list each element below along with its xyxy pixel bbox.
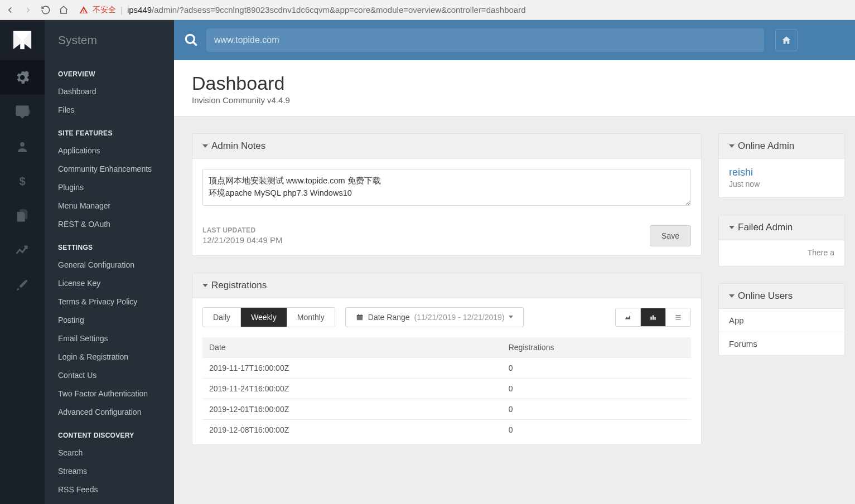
- svg-text:$: $: [20, 175, 26, 187]
- table-row: 2019-12-01T16:00:00Z 0: [202, 399, 691, 419]
- topbar: [174, 20, 855, 60]
- col-date: Date: [202, 337, 502, 358]
- search-icon: [183, 32, 200, 49]
- sidebar-title: System: [45, 20, 174, 60]
- save-button[interactable]: Save: [650, 225, 691, 246]
- online-admins-title: Online Admin: [738, 140, 794, 152]
- site-home-button[interactable]: [775, 29, 798, 51]
- sidebar-item-rest-oauth[interactable]: REST & OAuth: [45, 215, 174, 234]
- admin-user-link[interactable]: reishi: [729, 167, 834, 178]
- svg-rect-8: [650, 316, 651, 319]
- svg-rect-9: [653, 315, 654, 319]
- failed-admin-card: Failed Admin There a: [718, 215, 845, 266]
- date-range-value: (11/21/2019 - 12/21/2019): [414, 313, 505, 322]
- admin-notes-textarea[interactable]: [202, 169, 691, 206]
- admin-user-time: Just now: [729, 180, 834, 188]
- admin-notes-card: Admin Notes LAST UPDATED 12/21/2019 04:4…: [192, 133, 702, 256]
- rail-user-icon[interactable]: [0, 129, 45, 164]
- sidebar-item-advanced-configuration[interactable]: Advanced Configuration: [45, 403, 174, 421]
- sidebar-item-license-key[interactable]: License Key: [45, 274, 174, 293]
- sidebar-item-contact-us[interactable]: Contact Us: [45, 366, 174, 385]
- sidebar-item-search[interactable]: Search: [45, 444, 174, 462]
- admin-notes-title: Admin Notes: [211, 140, 265, 152]
- svg-point-0: [25, 71, 29, 76]
- tab-weekly[interactable]: Weekly: [241, 308, 287, 327]
- rail-stats-icon[interactable]: [0, 233, 45, 268]
- caret-down-icon: [729, 144, 735, 148]
- chart-area-button[interactable]: [616, 308, 641, 326]
- online-admins-card: Online Admin reishi Just now: [718, 133, 845, 198]
- page-header: Dashboard Invision Community v4.4.9: [174, 60, 855, 117]
- chart-table-button[interactable]: [666, 308, 690, 326]
- table-row: 2019-11-17T16:00:00Z 0: [202, 357, 691, 378]
- caret-down-icon: [202, 284, 208, 287]
- date-range-button[interactable]: Date Range (11/21/2019 - 12/21/2019): [345, 307, 524, 327]
- caret-down-icon: [202, 144, 208, 148]
- chart-type-group: [615, 308, 691, 327]
- search-input[interactable]: [206, 28, 764, 52]
- browser-toolbar: 不安全 | ips449/admin/?adsess=9ccnlngt89023…: [0, 0, 855, 20]
- svg-rect-10: [654, 317, 655, 320]
- sidebar-item-general-configuration[interactable]: General Configuration: [45, 256, 174, 274]
- back-button[interactable]: [4, 4, 16, 16]
- registrations-card: Registrations Daily Weekly Monthly Date …: [192, 273, 702, 445]
- calendar-icon: [356, 313, 364, 321]
- sidebar-item-login-registration[interactable]: Login & Registration: [45, 348, 174, 366]
- svg-point-3: [186, 35, 194, 43]
- list-item: Forums: [719, 332, 844, 355]
- registrations-title: Registrations: [211, 280, 267, 291]
- online-users-title: Online Users: [738, 290, 793, 302]
- sidebar-item-plugins[interactable]: Plugins: [45, 178, 174, 197]
- registrations-table: Date Registrations 2019-11-17T16:00:00Z …: [192, 337, 701, 444]
- rail-chat-icon[interactable]: [0, 95, 45, 129]
- sidebar-section-content-discovery: CONTENT DISCOVERY: [45, 421, 174, 444]
- page-title: Dashboard: [192, 72, 837, 94]
- sidebar-item-streams[interactable]: Streams: [45, 462, 174, 481]
- sidebar-item-two-factor[interactable]: Two Factor Authentication: [45, 385, 174, 403]
- table-row: 2019-12-08T16:00:00Z 0: [202, 419, 691, 440]
- reload-button[interactable]: [40, 4, 51, 16]
- online-users-header[interactable]: Online Users: [719, 284, 844, 309]
- last-updated-label: LAST UPDATED: [202, 226, 282, 234]
- table-row: 2019-11-24T16:00:00Z 0: [202, 378, 691, 399]
- sidebar-item-applications[interactable]: Applications: [45, 142, 174, 160]
- sidebar-item-posting[interactable]: Posting: [45, 311, 174, 329]
- sidebar-item-email-settings[interactable]: Email Settings: [45, 329, 174, 348]
- failed-admin-header[interactable]: Failed Admin: [719, 215, 844, 240]
- sidebar-item-files[interactable]: Files: [45, 101, 174, 119]
- url-path: /admin/?adsess=9ccnlngt89023scdnv1dc6cqv…: [152, 5, 525, 14]
- online-admins-header[interactable]: Online Admin: [719, 134, 844, 159]
- rail-system-icon[interactable]: [0, 60, 45, 95]
- registrations-header[interactable]: Registrations: [192, 273, 701, 298]
- rail-pages-icon[interactable]: [0, 198, 45, 233]
- app-logo[interactable]: [0, 20, 45, 60]
- sidebar-item-community-enhancements[interactable]: Community Enhancements: [45, 160, 174, 178]
- sidebar-item-dashboard[interactable]: Dashboard: [45, 83, 174, 101]
- sidebar-item-menu-manager[interactable]: Menu Manager: [45, 197, 174, 215]
- online-users-card: Online Users App Forums: [718, 283, 845, 356]
- home-button-browser[interactable]: [58, 4, 69, 16]
- address-bar[interactable]: 不安全 | ips449/admin/?adsess=9ccnlngt89023…: [76, 2, 851, 18]
- tab-daily[interactable]: Daily: [203, 308, 241, 327]
- insecure-label: 不安全: [93, 5, 116, 15]
- date-range-label: Date Range: [368, 313, 410, 322]
- admin-notes-header[interactable]: Admin Notes: [192, 134, 701, 159]
- svg-rect-7: [361, 314, 361, 316]
- sidebar-section-settings: SETTINGS: [45, 234, 174, 256]
- sidebar-item-terms-privacy[interactable]: Terms & Privacy Policy: [45, 293, 174, 311]
- sidebar: System OVERVIEW Dashboard Files SITE FEA…: [45, 20, 174, 504]
- svg-rect-6: [358, 314, 359, 316]
- sidebar-section-overview: OVERVIEW: [45, 60, 174, 83]
- icon-rail: $: [0, 20, 45, 504]
- forward-button[interactable]: [22, 4, 33, 16]
- list-item: App: [719, 309, 844, 332]
- chart-bar-button[interactable]: [641, 308, 666, 326]
- caret-down-icon: [729, 226, 735, 229]
- tab-monthly[interactable]: Monthly: [287, 308, 335, 327]
- caret-down-icon: [729, 294, 735, 298]
- page-subtitle: Invision Community v4.4.9: [192, 95, 837, 105]
- sidebar-item-rss-feeds[interactable]: RSS Feeds: [45, 481, 174, 499]
- failed-admin-title: Failed Admin: [738, 222, 793, 233]
- rail-dollar-icon[interactable]: $: [0, 164, 45, 198]
- rail-brush-icon[interactable]: [0, 268, 45, 302]
